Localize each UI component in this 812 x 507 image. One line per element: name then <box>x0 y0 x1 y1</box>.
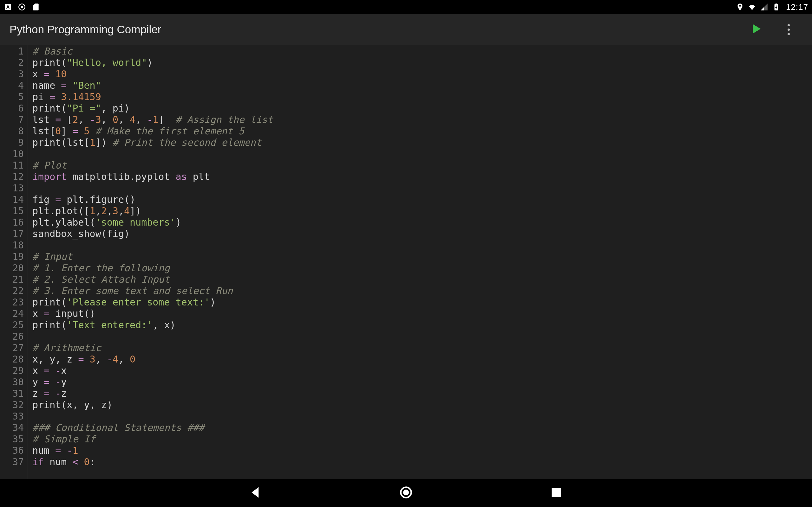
svg-text:A: A <box>6 4 10 9</box>
code-line[interactable]: print("Hello, world") <box>32 57 273 68</box>
line-number: 22 <box>0 285 24 297</box>
line-number: 11 <box>0 160 24 171</box>
location-icon <box>736 3 744 11</box>
line-number: 23 <box>0 297 24 308</box>
line-number: 21 <box>0 274 24 285</box>
circle-icon <box>18 3 26 11</box>
app-title: Python Programming Compiler <box>9 23 161 36</box>
code-content[interactable]: # Basicprint("Hello, world")x = 10name =… <box>28 45 273 479</box>
android-status-bar: A 12:17 <box>0 0 812 14</box>
status-right-icons: 12:17 <box>736 2 808 12</box>
code-line[interactable]: lst[0] = 5 # Make the first element 5 <box>32 125 273 137</box>
line-number: 14 <box>0 194 24 205</box>
code-line[interactable] <box>32 411 273 422</box>
code-line[interactable]: # 2. Select Attach Input <box>32 274 273 285</box>
svg-point-5 <box>403 490 409 495</box>
app-badge-icon: A <box>4 3 12 11</box>
code-line[interactable]: # Basic <box>32 46 273 57</box>
line-number: 32 <box>0 399 24 411</box>
line-number: 9 <box>0 137 24 148</box>
code-line[interactable]: plt.plot([1,2,3,4]) <box>32 205 273 217</box>
line-number: 25 <box>0 320 24 331</box>
code-line[interactable]: num = -1 <box>32 445 273 456</box>
line-number: 27 <box>0 342 24 354</box>
code-line[interactable]: # Plot <box>32 160 273 171</box>
code-line[interactable]: z = -z <box>32 388 273 399</box>
code-line[interactable]: # 1. Enter the following <box>32 262 273 274</box>
code-line[interactable]: # 3. Enter some text and select Run <box>32 285 273 297</box>
line-number: 29 <box>0 365 24 377</box>
code-line[interactable]: x = input() <box>32 308 273 320</box>
line-number: 13 <box>0 182 24 194</box>
code-line[interactable]: ### Conditional Statements ### <box>32 422 273 434</box>
code-line[interactable]: x, y, z = 3, -4, 0 <box>32 354 273 365</box>
code-line[interactable]: # Input <box>32 251 273 262</box>
code-line[interactable]: print('Please enter some text:') <box>32 297 273 308</box>
line-number: 30 <box>0 377 24 388</box>
line-number: 28 <box>0 354 24 365</box>
code-line[interactable]: if num < 0: <box>32 456 273 468</box>
line-number: 34 <box>0 422 24 434</box>
recents-button[interactable] <box>549 486 563 501</box>
cell-signal-icon <box>760 3 768 11</box>
code-line[interactable] <box>32 239 273 251</box>
line-number: 6 <box>0 103 24 114</box>
svg-point-3 <box>21 6 23 8</box>
line-number: 16 <box>0 217 24 228</box>
line-number-gutter: 1234567891011121314151617181920212223242… <box>0 45 28 479</box>
line-number: 26 <box>0 331 24 342</box>
android-nav-bar <box>0 479 812 507</box>
code-line[interactable]: print("Pi =", pi) <box>32 103 273 114</box>
code-line[interactable]: name = "Ben" <box>32 80 273 91</box>
svg-rect-6 <box>552 488 561 497</box>
line-number: 35 <box>0 434 24 445</box>
code-line[interactable]: y = -y <box>32 377 273 388</box>
code-line[interactable] <box>32 182 273 194</box>
line-number: 19 <box>0 251 24 262</box>
line-number: 31 <box>0 388 24 399</box>
code-line[interactable]: sandbox_show(fig) <box>32 228 273 239</box>
overflow-menu-button[interactable] <box>788 24 790 35</box>
line-number: 5 <box>0 91 24 103</box>
code-line[interactable]: print(lst[1]) # Print the second element <box>32 137 273 148</box>
code-line[interactable] <box>32 331 273 342</box>
line-number: 8 <box>0 125 24 137</box>
code-line[interactable]: # Simple If <box>32 434 273 445</box>
sd-card-icon <box>32 3 40 11</box>
line-number: 12 <box>0 171 24 182</box>
line-number: 7 <box>0 114 24 125</box>
line-number: 10 <box>0 148 24 160</box>
line-number: 37 <box>0 456 24 468</box>
app-bar: Python Programming Compiler <box>0 14 812 45</box>
line-number: 3 <box>0 68 24 80</box>
status-clock: 12:17 <box>786 2 808 12</box>
code-line[interactable]: fig = plt.figure() <box>32 194 273 205</box>
line-number: 18 <box>0 239 24 251</box>
run-button[interactable] <box>750 22 762 37</box>
code-line[interactable]: plt.ylabel('some numbers') <box>32 217 273 228</box>
line-number: 17 <box>0 228 24 239</box>
line-number: 24 <box>0 308 24 320</box>
line-number: 33 <box>0 411 24 422</box>
code-line[interactable]: import matplotlib.pyplot as plt <box>32 171 273 182</box>
line-number: 1 <box>0 46 24 57</box>
code-line[interactable]: lst = [2, -3, 0, 4, -1] # Assign the lis… <box>32 114 273 125</box>
code-line[interactable]: print(x, y, z) <box>32 399 273 411</box>
code-line[interactable]: # Arithmetic <box>32 342 273 354</box>
code-line[interactable]: x = 10 <box>32 68 273 80</box>
back-button[interactable] <box>249 486 263 501</box>
line-number: 2 <box>0 57 24 68</box>
code-editor[interactable]: 1234567891011121314151617181920212223242… <box>0 45 812 479</box>
code-line[interactable]: pi = 3.14159 <box>32 91 273 103</box>
battery-charging-icon <box>772 3 780 11</box>
line-number: 4 <box>0 80 24 91</box>
code-line[interactable]: x = -x <box>32 365 273 377</box>
line-number: 20 <box>0 262 24 274</box>
line-number: 15 <box>0 205 24 217</box>
status-left-icons: A <box>4 3 40 11</box>
home-button[interactable] <box>399 486 413 501</box>
code-line[interactable]: print('Text entered:', x) <box>32 320 273 331</box>
line-number: 36 <box>0 445 24 456</box>
wifi-icon <box>748 3 756 11</box>
code-line[interactable] <box>32 148 273 160</box>
